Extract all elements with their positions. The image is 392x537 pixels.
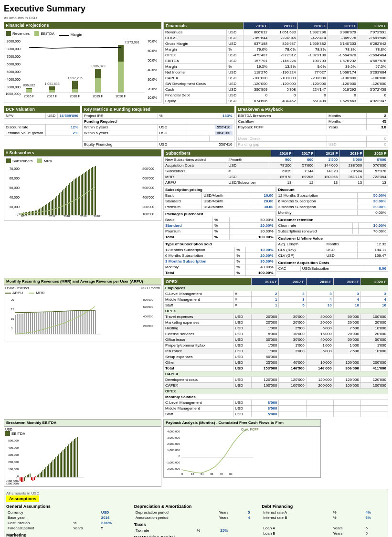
table-row: Interest rate A % 4% [262,510,386,515]
table-row [4,119,80,125]
subscribers-dot [6,158,11,163]
table-row: Basic USD/Month 10.00 [164,193,275,199]
svg-rect-58 [51,201,52,215]
svg-rect-103 [15,315,16,334]
svg-rect-111 [30,313,31,334]
svg-text:500,000: 500,000 [8,439,19,442]
bar-2017-ebitda [49,90,55,93]
svg-rect-53 [43,206,44,215]
svg-text:-2,000,000: -2,000,000 [166,467,180,470]
table-row: CAC USD/Subscriber 8.00 [276,266,388,272]
table-row: Discount rate 12% [4,125,80,130]
table-row: Loan B Years 5 [262,531,386,536]
svg-rect-87 [92,167,93,215]
svg-rect-72 [71,182,72,215]
svg-text:40.0%: 40.0% [148,68,157,72]
svg-text:60: 60 [229,473,233,475]
table-row: Customer Acquisition Costs [276,260,388,266]
svg-rect-175 [50,463,51,477]
dcf-table: NPV USD 16'559'890 Discount rate 12% Ter… [4,113,80,136]
legend-margin-label: Margin [70,32,82,37]
svg-rect-123 [53,312,54,334]
svg-text:2017 F: 2017 F [47,95,57,98]
svg-rect-66 [62,190,63,215]
svg-rect-68 [65,188,66,215]
table-row: Funding Required [83,119,234,125]
assumptions-currency-note: All amounts in USD [6,491,386,495]
svg-rect-181 [58,454,59,477]
svg-text:60.0%: 60.0% [148,49,157,53]
table-row: C-Level Management USD 8'000 [164,400,388,406]
svg-text:7000,000: 7000,000 [7,55,21,58]
svg-text:5000,000: 5000,000 [7,70,21,74]
svg-rect-176 [51,462,52,477]
svg-rect-121 [49,312,50,334]
svg-rect-74 [74,179,74,215]
svg-rect-180 [57,456,58,477]
svg-text:800'000: 800'000 [143,298,154,301]
svg-rect-194 [77,437,78,477]
table-row: Premium % 30.00% [164,229,275,234]
svg-text:9000,000: 9000,000 [7,40,21,43]
payback-chart: 4,000,000 3,000,000 2,000,000 1,000,000 … [165,428,318,475]
svg-rect-131 [68,311,69,334]
svg-text:60,000: 60,000 [10,177,20,180]
table-row: CAPEX USD 100'000 100'000 200'000 100'00… [164,383,388,389]
mrr-y-right-label: USD / month [141,286,160,290]
table-row: SW Development Costs USD -120'000 -120'0… [164,81,388,87]
svg-rect-168 [40,473,41,477]
subscribers-chart: 70,000 60,000 50,000 40,000 30,000 ,0 80… [6,165,158,218]
svg-rect-117 [42,313,42,334]
retention-table: Customer retention Churn rate 30.00% Sub… [276,217,389,234]
table-row: Funding gap USD 0 [236,142,388,147]
legend-ebitda-label: EBITDA [41,32,54,36]
financials-table: Financials 2016 F 2017 F 2018 F 2019 F 2… [163,22,388,104]
svg-rect-108 [24,313,25,334]
svg-text:20.0%: 20.0% [148,87,157,91]
svg-text:500'000: 500'000 [142,186,154,190]
svg-text:400,000: 400,000 [8,446,19,449]
financial-chart: 9000,000 8000,000 7000,000 6000,000 5000… [6,38,158,100]
svg-rect-187 [67,446,68,477]
payback-header: Payback Analysis (Months) - Cumulated Fr… [163,419,321,426]
legend-revenues: Revenues [6,31,30,36]
table-row: Property/community/tax USD 1'000 1'000 1… [164,343,388,348]
table-row: Office lease USD 30'000 30'000 40'000 50… [164,337,388,343]
table-row: Customer Lifetime Value [276,236,388,242]
table-row: Loan A Years 5 [262,526,386,531]
table-row: CAPEX USD -100'000 -100'000 -200'000 -10… [164,75,388,81]
svg-rect-63 [58,195,59,215]
svg-rect-76 [76,178,77,215]
cac-table: Customer Acquisition Costs CAC USD/Subsc… [276,260,389,272]
depreciation-label: Depreciation & Amortization [134,504,258,509]
svg-text:,0: ,0 [178,455,180,458]
table-row: Middle Management USD 6'000 [164,406,388,411]
table-row: Basic % 50.00% [164,217,275,223]
table-row: Amortization period Years 4 [134,515,258,520]
table-row: Net Income USD 118'276 -190'224 77'027 1… [164,70,388,75]
table-row: Interest rate B % 6% [262,515,386,520]
svg-rect-185 [64,449,65,477]
svg-rect-170 [42,470,43,477]
svg-rect-104 [17,314,18,334]
mrr-chart: 20 15 10 5 800'000 600'000 400'000 200'0… [5,296,157,339]
mrr-chart-header: Monthly Recurring Revenues (MRR) and Ave… [4,278,161,285]
employees-section-row: Employees [164,285,388,291]
svg-text:30,000: 30,000 [10,205,20,209]
mrr-y-label: USD/Subscriber [5,286,29,290]
table-row: Travel expenses USD 20'000 30'000 40'000… [164,314,388,320]
svg-rect-192 [74,439,75,477]
arpu-legend-dot [5,293,11,294]
nwc-label: Net Working Capital [134,535,258,537]
svg-rect-77 [78,177,79,215]
general-assumptions-label: General Assumptions [6,504,130,509]
svg-rect-122 [51,312,52,334]
subscriber-bars [21,166,96,215]
packages-table: Packages purchased Basic % 50.00% Standa… [163,211,275,240]
table-row: External services USD 5'000 10'000 15'00… [164,331,388,337]
table-row: Currency USD [6,510,130,515]
year-2019-header: 2019 F [328,22,358,30]
key-metrics-table: Project IRR % 163% Funding Required With… [82,113,234,147]
assumptions-label: Assumptions [6,495,39,502]
svg-text:48: 48 [220,473,223,475]
